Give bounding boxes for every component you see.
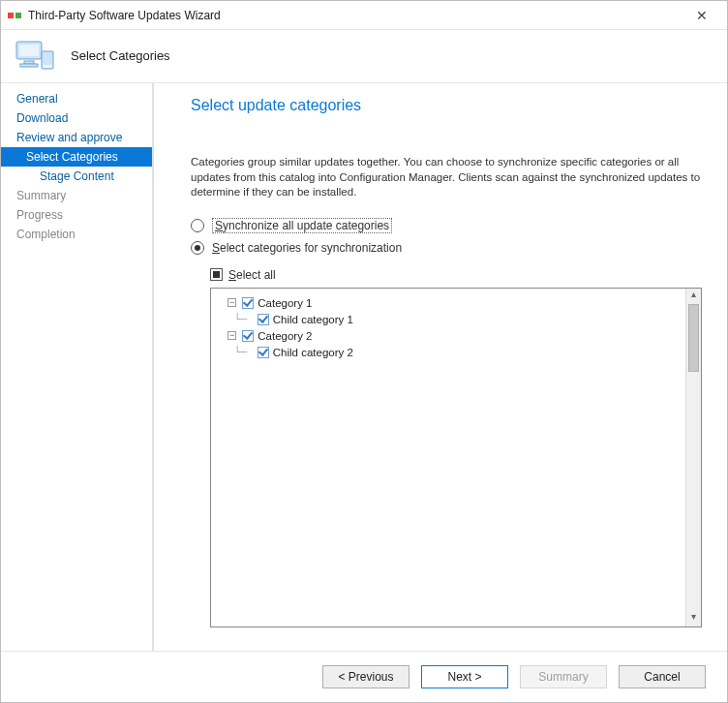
tree-checkbox[interactable]: [258, 314, 269, 325]
window-sys-icon: [7, 8, 22, 23]
tree-checkbox[interactable]: [242, 297, 254, 309]
wizard-header-icon: [15, 36, 57, 75]
tree-node-label: Child category 1: [273, 314, 353, 325]
category-tree[interactable]: − Category 1 └─ Child category 1 − Categ…: [211, 289, 685, 627]
sidebar-item-summary: Summary: [1, 186, 152, 205]
radio-sync-all-label: Synchronize all update categories: [212, 218, 392, 233]
radio-sync-selected-label: Select categories for synchronization: [212, 241, 402, 255]
checkbox-select-all-box: [210, 268, 223, 281]
scroll-down-icon[interactable]: ▾: [686, 611, 701, 627]
tree-node-category-1[interactable]: − Category 1: [215, 295, 682, 311]
svg-rect-0: [8, 13, 14, 18]
category-tree-container: − Category 1 └─ Child category 1 − Categ…: [210, 288, 702, 627]
tree-node-child-category-1[interactable]: └─ Child category 1: [215, 312, 682, 327]
tree-scrollbar[interactable]: ▴ ▾: [685, 289, 701, 627]
tree-node-label: Category 2: [258, 330, 312, 342]
checkbox-select-all-label: Select all: [228, 268, 276, 282]
sidebar-item-select-categories[interactable]: Select Categories: [1, 147, 152, 167]
wizard-main: Select update categories Categories grou…: [154, 83, 727, 651]
wizard-footer: < Previous Next > Summary Cancel: [1, 651, 727, 702]
cancel-button[interactable]: Cancel: [619, 665, 706, 688]
page-description: Categories group similar updates togethe…: [191, 155, 702, 200]
tree-checkbox[interactable]: [258, 347, 269, 358]
sidebar-item-download[interactable]: Download: [1, 108, 152, 128]
radio-sync-all[interactable]: Synchronize all update categories: [191, 218, 702, 233]
scroll-up-icon[interactable]: ▴: [686, 289, 701, 304]
sidebar-item-review-approve[interactable]: Review and approve: [1, 128, 152, 147]
sidebar-item-progress: Progress: [1, 205, 152, 225]
tree-node-label: Child category 2: [273, 347, 353, 358]
tree-checkbox[interactable]: [242, 330, 254, 342]
radio-sync-all-indicator: [191, 219, 204, 232]
tree-node-label: Category 1: [258, 297, 312, 309]
sidebar-item-stage-content[interactable]: Stage Content: [1, 167, 152, 186]
summary-button: Summary: [520, 665, 607, 688]
sidebar-item-general[interactable]: General: [1, 89, 152, 108]
previous-button[interactable]: < Previous: [322, 665, 410, 688]
expander-icon[interactable]: −: [228, 331, 236, 340]
wizard-header: Select Categories: [1, 30, 727, 82]
svg-rect-5: [20, 64, 38, 67]
next-button[interactable]: Next >: [421, 665, 508, 688]
svg-rect-7: [43, 65, 52, 68]
titlebar: Third-Party Software Updates Wizard ✕: [1, 1, 727, 30]
svg-rect-3: [19, 45, 39, 56]
wizard-sidebar: General Download Review and approve Sele…: [1, 83, 154, 651]
close-button[interactable]: ✕: [682, 8, 721, 23]
wizard-body: General Download Review and approve Sele…: [1, 82, 727, 651]
expander-icon[interactable]: −: [228, 298, 236, 307]
tree-node-category-2[interactable]: − Category 2: [215, 328, 682, 344]
page-title: Select update categories: [191, 97, 702, 114]
window-title: Third-Party Software Updates Wizard: [28, 9, 682, 22]
svg-rect-1: [15, 13, 21, 18]
radio-sync-selected-indicator: [191, 241, 204, 255]
wizard-header-subtitle: Select Categories: [71, 48, 170, 63]
tree-node-child-category-2[interactable]: └─ Child category 2: [215, 345, 682, 360]
radio-sync-selected[interactable]: Select categories for synchronization: [191, 241, 702, 255]
sidebar-item-completion: Completion: [1, 225, 152, 244]
scroll-thumb[interactable]: [688, 304, 699, 372]
checkbox-select-all[interactable]: Select all: [210, 268, 702, 282]
